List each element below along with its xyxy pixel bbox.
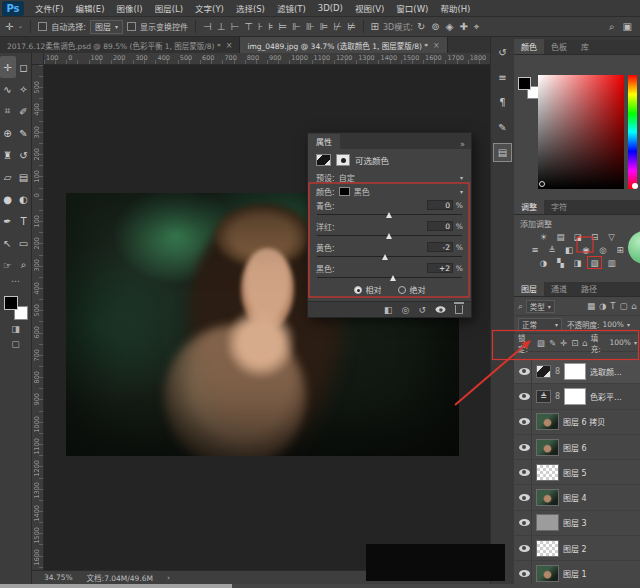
slider-value-field[interactable]: 0 [427,221,453,231]
layer-mask-thumbnail[interactable] [564,363,586,380]
mask-link-icon[interactable]: 8 [555,367,560,376]
exposure-adjustment-icon[interactable]: ⊟ [588,231,601,242]
marquee-tool[interactable]: ◻ [16,56,32,78]
tool-preset-caret-icon[interactable]: ⌄ [17,23,23,30]
layer-thumbnail[interactable] [536,514,559,531]
align-icon[interactable]: ⊬ [333,22,342,32]
quick-selection-tool[interactable]: ✧ [16,78,32,100]
eye-box[interactable] [517,536,532,560]
lock-icon[interactable]: ✎ [549,338,556,348]
workspace-icon[interactable]: ▣ [623,22,632,32]
filter-icon[interactable]: ⌂ [632,301,637,311]
align-icon[interactable]: ⊪ [306,22,315,32]
close-tab-icon[interactable]: × [226,41,233,50]
pen-tool[interactable]: ✒ [0,210,16,232]
layer-name[interactable]: 图层 1 [563,568,587,579]
hue-strip[interactable] [628,75,637,189]
distribute-grid-icon[interactable]: ⊞ [371,22,379,32]
layer-row[interactable]: ≜8色彩平... [514,384,640,409]
black-white-adjustment-icon[interactable]: ◧ [563,244,576,255]
move-tool[interactable]: ✛ [0,56,16,78]
color-lookup-adjustment-icon[interactable]: ⊞ [614,244,627,255]
eye-box[interactable] [517,410,532,434]
relative-radio[interactable]: 相对 [354,284,382,295]
mode-3d-icon[interactable]: ✚ [459,22,467,32]
layer-row[interactable]: 8选取颜... [514,359,640,384]
slider-track[interactable] [316,253,463,261]
slider-track[interactable] [316,211,463,219]
menu-item[interactable]: 视图(V) [349,2,390,14]
mask-link-icon[interactable]: 8 [555,392,560,401]
align-icon[interactable]: ⊦ [258,22,263,32]
vertical-ruler[interactable]: 5004003002001000100200300400500600700800… [32,65,44,570]
menu-item[interactable]: 帮助(H) [434,2,476,14]
show-transform-checkbox[interactable] [127,22,136,31]
eyedropper-tool[interactable]: ✐ [16,100,32,122]
menu-item[interactable]: 文件(F) [29,2,70,14]
layer-mask-thumbnail[interactable] [564,388,586,405]
menu-item[interactable]: 图像(I) [111,2,149,14]
layer-mask-icon[interactable] [336,154,350,166]
align-icon[interactable]: ⊧ [268,22,273,32]
slider-thumb[interactable] [386,233,392,239]
slider-track[interactable] [316,232,463,240]
menu-item[interactable]: 文字(Y) [189,2,230,14]
curves-adjustment-icon[interactable]: ◪ [571,231,584,242]
menu-item[interactable]: 窗口(W) [390,2,434,14]
color-value[interactable]: 黑色 [354,186,370,197]
eraser-tool[interactable]: ▱ [0,166,16,188]
blend-mode-dropdown[interactable]: 正常 ▾ [518,318,562,331]
lock-icon[interactable]: ▨ [537,338,545,348]
layer-row[interactable]: 图层 4 [514,485,640,510]
layer-name[interactable]: 图层 3 [563,517,587,528]
align-icon[interactable]: ⊢ [230,22,239,32]
visibility-eye-icon[interactable] [519,368,530,375]
foreground-color-swatch[interactable] [518,77,531,90]
menu-item[interactable]: 图层(L) [149,2,189,14]
brush-tool[interactable]: ✎ [16,122,32,144]
properties-footer-icon[interactable]: ↺ [418,305,426,315]
channel-mixer-adjustment-icon[interactable]: ◎ [597,244,610,255]
menu-item[interactable]: 3D(D) [312,3,349,13]
slider-thumb[interactable] [382,254,388,260]
status-arrow-icon[interactable]: › [167,573,170,582]
color-swatches[interactable] [4,296,28,320]
color-panel-tab[interactable]: 色板 [544,39,574,54]
healing-brush-tool[interactable]: ⊕ [0,122,16,144]
layers-panel-tab[interactable]: 路径 [574,281,604,296]
align-icon[interactable]: ⊩ [292,22,301,32]
slider-value-field[interactable]: 0 [427,200,453,210]
visibility-eye-icon[interactable] [519,545,530,552]
layer-row[interactable]: 图层 2 [514,536,640,561]
mode-3d-icon[interactable]: ⊚ [431,22,439,32]
properties-tab[interactable]: 属性 [308,134,340,149]
visibility-eye-icon[interactable] [519,418,530,425]
posterize-adjustment-icon[interactable]: ▚ [554,257,567,268]
eye-box[interactable] [517,435,532,459]
collapse-panel-icon[interactable]: » [454,140,471,149]
visibility-eye-icon[interactable] [519,494,530,501]
adjust-sliders-panel-icon[interactable]: ≡ [493,68,512,87]
history-brush-tool[interactable]: ↺ [16,144,32,166]
color-panel-swatches[interactable] [518,77,540,99]
preset-value[interactable]: 自定 [339,172,355,183]
hue-saturation-adjustment-icon[interactable]: ≡ [529,244,542,255]
slider-thumb[interactable] [386,212,392,218]
layer-name[interactable]: 图层 4 [563,492,587,503]
scrollbar-thumb[interactable] [0,584,232,588]
layers-panel-tab[interactable]: 通道 [544,281,574,296]
layer-thumbnail[interactable] [536,489,559,506]
eye-box[interactable] [517,485,532,509]
screen-mode-icon[interactable]: ▢ [11,339,20,349]
adjustments-panel-tab[interactable]: 字符 [544,199,574,214]
layer-thumbnail[interactable] [536,464,559,481]
layer-filter-dropdown[interactable]: 类型 ▾ [526,300,555,313]
selective-color-thumbnail[interactable] [536,365,551,378]
layer-row[interactable]: 图层 1 [514,561,640,586]
color-balance-adjustment-icon[interactable]: ≜ [546,244,559,255]
eye-box[interactable] [517,359,532,383]
align-icon[interactable]: ⊤ [244,22,253,32]
visibility-eye-icon[interactable] [519,393,530,400]
threshold-adjustment-icon[interactable]: ◨ [571,257,584,268]
search-icon[interactable]: ⌕ [609,22,615,32]
